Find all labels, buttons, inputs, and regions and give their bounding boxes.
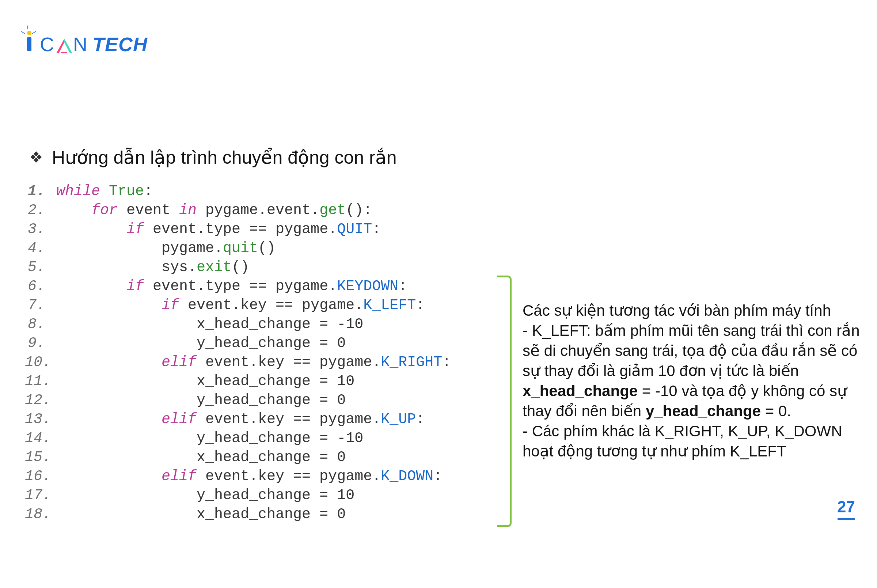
code-content: while True: <box>56 182 153 201</box>
explain-line: - K_LEFT: bấm phím mũi tên sang trái thì… <box>523 321 866 421</box>
code-line: 14. y_head_change = -10 <box>25 429 451 448</box>
line-number: 18. <box>25 505 56 524</box>
code-content: for event in pygame.event.get(): <box>56 201 372 220</box>
code-line: 7. if event.key == pygame.K_LEFT: <box>25 296 451 315</box>
code-line: 16. elif event.key == pygame.K_DOWN: <box>25 467 451 486</box>
line-number: 7. <box>25 296 56 315</box>
code-line: 4. pygame.quit() <box>25 239 451 258</box>
code-content: x_head_change = 0 <box>56 448 346 467</box>
code-content: y_head_change = 10 <box>56 486 354 505</box>
code-line: 9. y_head_change = 0 <box>25 334 451 353</box>
code-line: 5. sys.exit() <box>25 258 451 277</box>
heading-text: Hướng dẫn lập trình chuyển động con rắn <box>52 147 396 168</box>
explain-line: Các sự kiện tương tác với bàn phím máy t… <box>523 300 866 321</box>
code-content: sys.exit() <box>56 258 249 277</box>
code-content: elif event.key == pygame.K_RIGHT: <box>56 353 451 372</box>
logo-can: CN <box>40 33 88 56</box>
logo-tech: TECH <box>93 33 148 56</box>
code-content: x_head_change = 0 <box>56 505 346 524</box>
code-line: 1.while True: <box>25 182 451 201</box>
line-number: 8. <box>25 315 56 334</box>
line-number: 2. <box>25 201 56 220</box>
line-number: 15. <box>25 448 56 467</box>
code-content: y_head_change = 0 <box>56 334 346 353</box>
line-number: 3. <box>25 220 56 239</box>
code-content: elif event.key == pygame.K_UP: <box>56 410 424 429</box>
code-line: 13. elif event.key == pygame.K_UP: <box>25 410 451 429</box>
code-content: x_head_change = -10 <box>56 315 363 334</box>
code-line: 17. y_head_change = 10 <box>25 486 451 505</box>
explanation-text: Các sự kiện tương tác với bàn phím máy t… <box>523 300 866 461</box>
code-line: 11. x_head_change = 10 <box>25 372 451 391</box>
line-number: 12. <box>25 391 56 410</box>
code-line: 15. x_head_change = 0 <box>25 448 451 467</box>
line-number: 17. <box>25 486 56 505</box>
code-content: if event.type == pygame.QUIT: <box>56 220 381 239</box>
line-number: 9. <box>25 334 56 353</box>
line-number: 10. <box>25 353 56 372</box>
code-line: 8. x_head_change = -10 <box>25 315 451 334</box>
code-content: y_head_change = -10 <box>56 429 363 448</box>
line-number: 11. <box>25 372 56 391</box>
code-line: 18. x_head_change = 0 <box>25 505 451 524</box>
code-line: 10. elif event.key == pygame.K_RIGHT: <box>25 353 451 372</box>
line-number: 16. <box>25 467 56 486</box>
code-line: 12. y_head_change = 0 <box>25 391 451 410</box>
code-block: 1.while True:2. for event in pygame.even… <box>25 182 451 524</box>
code-content: x_head_change = 10 <box>56 372 354 391</box>
page-number-underline <box>838 518 855 520</box>
line-number: 1. <box>25 182 56 201</box>
line-number: 5. <box>25 258 56 277</box>
slide-heading: ❖ Hướng dẫn lập trình chuyển động con rắ… <box>29 147 396 168</box>
code-content: pygame.quit() <box>56 239 276 258</box>
code-content: elif event.key == pygame.K_DOWN: <box>56 467 442 486</box>
diamond-bullet-icon: ❖ <box>29 150 43 165</box>
code-line: 2. for event in pygame.event.get(): <box>25 201 451 220</box>
brace-bracket <box>497 276 511 527</box>
line-number: 14. <box>25 429 56 448</box>
line-number: 6. <box>25 277 56 296</box>
code-line: 6. if event.type == pygame.KEYDOWN: <box>25 277 451 296</box>
line-number: 13. <box>25 410 56 429</box>
explain-line: - Các phím khác là K_RIGHT, K_UP, K_DOWN… <box>523 421 866 461</box>
code-content: y_head_change = 0 <box>56 391 346 410</box>
code-content: if event.key == pygame.K_LEFT: <box>56 296 424 315</box>
page-number: 27 <box>837 498 855 520</box>
logo: CN TECH <box>24 28 148 56</box>
code-line: 3. if event.type == pygame.QUIT: <box>25 220 451 239</box>
line-number: 4. <box>25 239 56 258</box>
logo-lightbulb-icon <box>24 28 35 51</box>
code-content: if event.type == pygame.KEYDOWN: <box>56 277 407 296</box>
